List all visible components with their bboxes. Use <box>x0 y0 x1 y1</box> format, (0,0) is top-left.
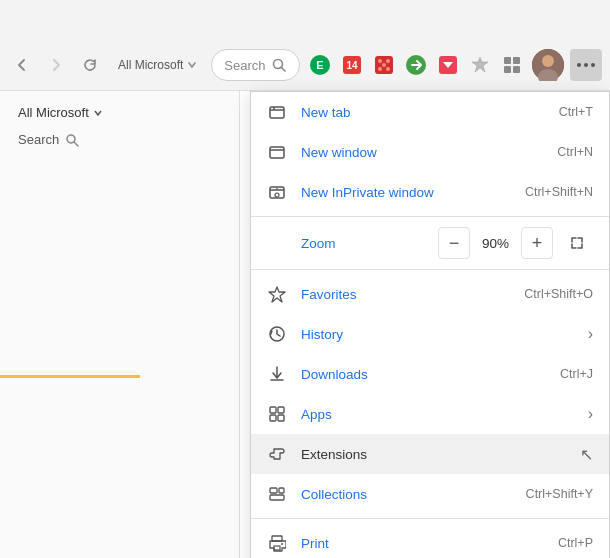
divider-3 <box>251 518 609 519</box>
zoom-expand-button[interactable] <box>561 227 593 259</box>
sidebar-search-icon <box>65 133 79 147</box>
svg-point-20 <box>542 55 554 67</box>
zoom-row: Zoom − 90% + <box>251 221 609 265</box>
svg-rect-48 <box>274 546 280 550</box>
zoom-controls: − 90% + <box>438 227 593 259</box>
extension-icons-area: E 14 <box>306 51 526 79</box>
tab-bar <box>0 0 610 40</box>
all-microsoft-button[interactable]: All Microsoft <box>110 54 205 76</box>
menu-item-new-inprivate[interactable]: New InPrivate window Ctrl+Shift+N <box>251 172 609 212</box>
zoom-plus-button[interactable]: + <box>521 227 553 259</box>
address-bar[interactable]: Search <box>211 49 300 81</box>
profile-avatar[interactable] <box>532 49 564 81</box>
svg-text:14: 14 <box>346 60 358 71</box>
browser-chrome: All Microsoft Search E 14 <box>0 0 610 90</box>
svg-point-7 <box>378 59 382 63</box>
svg-marker-14 <box>472 57 488 72</box>
print-icon <box>267 533 287 553</box>
svg-point-8 <box>386 59 390 63</box>
more-button[interactable] <box>570 49 602 81</box>
svg-rect-17 <box>504 66 511 73</box>
collections-icon <box>267 484 287 504</box>
svg-rect-18 <box>513 66 520 73</box>
forward-button[interactable] <box>42 51 70 79</box>
zoom-value: 90% <box>470 236 521 251</box>
new-window-icon <box>267 142 287 162</box>
svg-marker-36 <box>269 287 285 302</box>
toolbar: All Microsoft Search E 14 <box>0 40 610 90</box>
svg-rect-40 <box>270 407 276 413</box>
downloads-shortcut: Ctrl+J <box>560 367 593 381</box>
ext-icon-green-arrow[interactable] <box>402 51 430 79</box>
inprivate-icon <box>267 182 287 202</box>
svg-point-49 <box>281 543 283 545</box>
svg-point-23 <box>584 63 588 67</box>
menu-item-new-tab[interactable]: New tab Ctrl+T <box>251 92 609 132</box>
ext-icon-collections[interactable] <box>498 51 526 79</box>
svg-rect-41 <box>278 407 284 413</box>
menu-item-apps[interactable]: Apps › <box>251 394 609 434</box>
new-window-shortcut: Ctrl+N <box>557 145 593 159</box>
new-tab-shortcut: Ctrl+T <box>559 105 593 119</box>
more-dots-icon <box>577 63 595 67</box>
cursor-indicator: ↖ <box>580 445 593 464</box>
menu-item-new-window[interactable]: New window Ctrl+N <box>251 132 609 172</box>
apps-icon <box>267 404 287 424</box>
divider-2 <box>251 269 609 270</box>
history-label: History <box>301 327 574 342</box>
ext-icon-dots[interactable] <box>370 51 398 79</box>
menu-item-extensions[interactable]: Extensions ↖ <box>251 434 609 474</box>
new-tab-icon <box>267 102 287 122</box>
downloads-label: Downloads <box>301 367 546 382</box>
menu-item-favorites[interactable]: Favorites Ctrl+Shift+O <box>251 274 609 314</box>
menu-item-history[interactable]: History › <box>251 314 609 354</box>
menu-item-collections[interactable]: Collections Ctrl+Shift+Y <box>251 474 609 514</box>
menu-item-downloads[interactable]: Downloads Ctrl+J <box>251 354 609 394</box>
sidebar-all-microsoft[interactable]: All Microsoft <box>10 101 229 124</box>
apps-label: Apps <box>301 407 574 422</box>
page-content: All Microsoft Search New tab Ctrl+T New … <box>0 90 610 558</box>
new-inprivate-shortcut: Ctrl+Shift+N <box>525 185 593 199</box>
back-button[interactable] <box>8 51 36 79</box>
svg-rect-42 <box>270 415 276 421</box>
extensions-icon <box>267 444 287 464</box>
sidebar-search[interactable]: Search <box>10 128 229 151</box>
extensions-label: Extensions <box>301 447 562 462</box>
apps-arrow-icon: › <box>588 405 593 423</box>
svg-point-10 <box>386 67 390 71</box>
svg-point-9 <box>378 67 382 71</box>
svg-rect-27 <box>270 107 284 118</box>
ext-icon-badge-red[interactable]: 14 <box>338 51 366 79</box>
zoom-expand-icon <box>569 235 585 251</box>
sidebar-search-label: Search <box>18 132 59 147</box>
ext-icon-star[interactable] <box>466 51 494 79</box>
dropdown-chevron-icon <box>187 60 197 70</box>
svg-text:E: E <box>316 59 323 71</box>
print-label: Print <box>301 536 544 551</box>
svg-point-24 <box>591 63 595 67</box>
print-shortcut: Ctrl+P <box>558 536 593 550</box>
ext-icon-pocket[interactable] <box>434 51 462 79</box>
new-window-label: New window <box>301 145 543 160</box>
favorites-shortcut: Ctrl+Shift+O <box>524 287 593 301</box>
divider-1 <box>251 216 609 217</box>
history-arrow-icon: › <box>588 325 593 343</box>
zoom-plus-icon: + <box>532 233 543 254</box>
svg-rect-16 <box>513 57 520 64</box>
history-icon <box>267 324 287 344</box>
zoom-label: Zoom <box>267 236 336 251</box>
svg-line-1 <box>282 68 286 72</box>
edge-ext-icon[interactable]: E <box>306 51 334 79</box>
svg-rect-43 <box>278 415 284 421</box>
menu-item-print[interactable]: Print Ctrl+P <box>251 523 609 558</box>
all-microsoft-label: All Microsoft <box>118 58 183 72</box>
collections-shortcut: Ctrl+Shift+Y <box>526 487 593 501</box>
collections-label: Collections <box>301 487 512 502</box>
zoom-minus-button[interactable]: − <box>438 227 470 259</box>
new-inprivate-label: New InPrivate window <box>301 185 511 200</box>
svg-rect-30 <box>270 147 284 158</box>
svg-rect-47 <box>272 536 282 541</box>
yellow-progress-bar <box>0 375 140 378</box>
favorites-icon <box>267 284 287 304</box>
refresh-button[interactable] <box>76 51 104 79</box>
